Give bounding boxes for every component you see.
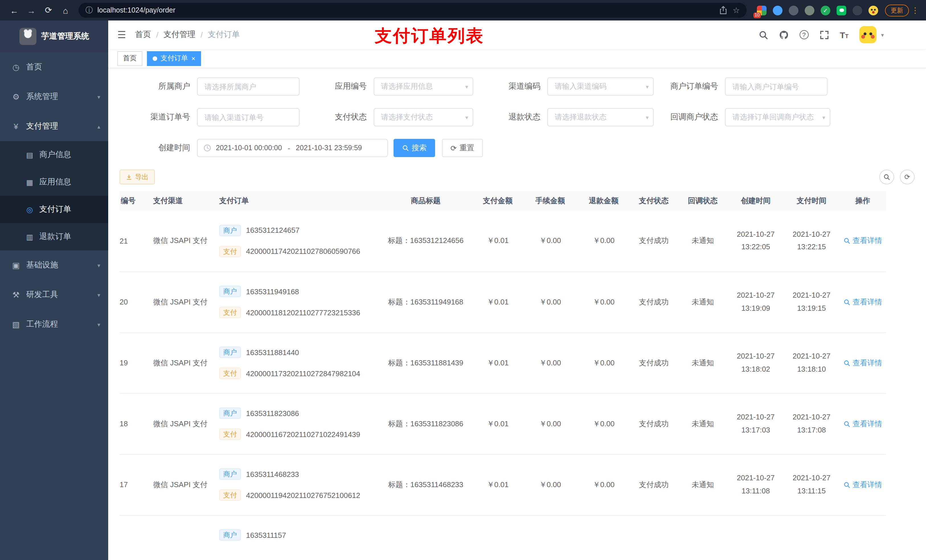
sidebar-item-app-info[interactable]: ▦ 应用信息 — [0, 169, 108, 196]
header-refund-amount: 退款金额 — [578, 191, 630, 211]
cell-notify-status: 未通知 — [678, 211, 728, 272]
tag-home[interactable]: 首页 — [117, 51, 142, 66]
date-separator: - — [287, 144, 290, 152]
cell-notify-status: 未通知 — [678, 393, 728, 454]
browser-update-button[interactable]: 更新 — [885, 4, 909, 16]
bookmark-star-icon[interactable]: ☆ — [733, 6, 740, 15]
create-time-range-picker[interactable]: 2021-10-01 00:00:00 - 2021-10-31 23:59:5… — [197, 139, 388, 157]
cell-fee-amount: ￥0.00 — [523, 454, 578, 515]
monitor-icon: ▣ — [11, 261, 21, 270]
search-button[interactable]: 搜索 — [393, 139, 435, 157]
extension-drop-icon[interactable] — [773, 5, 782, 15]
refund-status-filter-select[interactable]: 请选择退款状态 ▾ — [547, 108, 654, 126]
sidebar-item-refund-order[interactable]: ▥ 退款订单 — [0, 223, 108, 251]
sidebar-item-pay-order[interactable]: ◎ 支付订单 — [0, 196, 108, 223]
notify-status-filter-select[interactable]: 请选择订单回调商户状态 ▾ — [725, 108, 830, 126]
browser-home-button[interactable]: ⌂ — [58, 3, 73, 18]
cell-refund-amount: ￥0.00 — [578, 454, 630, 515]
grid-icon: ▦ — [25, 178, 34, 186]
cell-action: 查看详情 — [840, 211, 886, 272]
refresh-table-button[interactable]: ⟳ — [900, 170, 915, 184]
extension-pin-icon[interactable] — [853, 5, 862, 15]
font-size-icon[interactable]: TT — [840, 30, 849, 39]
user-menu[interactable]: ▾ — [859, 26, 884, 43]
extension-grid-icon[interactable]: 10 — [757, 5, 767, 15]
merchant-filter-input[interactable] — [197, 77, 300, 96]
cell-create-time — [728, 515, 784, 560]
create-time-filter-label: 创建时间 — [130, 143, 197, 153]
sidebar-item-payment[interactable]: ¥ 支付管理 ▴ — [0, 112, 108, 141]
payment-submenu: ▤ 商户信息 ▦ 应用信息 ◎ 支付订单 ▥ 退款订单 — [0, 141, 108, 251]
merchant-tag: 商户 — [219, 225, 241, 236]
cell-pay-channel — [151, 515, 216, 560]
extension-green-icon[interactable]: ✓ — [821, 5, 830, 15]
view-detail-link[interactable]: 查看详情 — [843, 358, 882, 368]
chevron-down-icon: ▾ — [646, 114, 649, 120]
gear-icon: ⚙ — [11, 92, 21, 101]
yen-icon: ¥ — [11, 122, 21, 131]
reset-button[interactable]: ⟳ 重置 — [442, 139, 483, 157]
channel-order-no-filter-input[interactable] — [197, 108, 300, 126]
extension-dark-icon[interactable] — [789, 5, 799, 15]
breadcrumb-current: 支付订单 — [208, 30, 240, 40]
extension-chat-icon[interactable] — [837, 5, 846, 15]
cell-pay-time — [784, 515, 840, 560]
sidebar: 芋道管理系统 ◷ 首页 ⚙ 系统管理 ▾ ¥ 支付管理 ▴ ▤ 商户信息 — [0, 21, 108, 560]
sidebar-item-system[interactable]: ⚙ 系统管理 ▾ — [0, 82, 108, 112]
cell-order-id: 20 — [120, 272, 151, 332]
header-pay-time: 支付时间 — [784, 191, 840, 211]
cell-product-title: 标题：1635311468233 — [379, 454, 473, 515]
view-detail-link[interactable]: 查看详情 — [843, 236, 882, 246]
search-icon — [843, 481, 850, 488]
extension-gray-icon[interactable] — [805, 5, 814, 15]
merchant-order-line: 商户 1635311949168 — [219, 286, 379, 297]
sidebar-item-dev-tools[interactable]: ⚒ 研发工具 ▾ — [0, 280, 108, 309]
search-icon — [843, 420, 850, 427]
view-detail-link[interactable]: 查看详情 — [843, 418, 882, 429]
cell-product-title — [379, 515, 473, 560]
breadcrumb-home[interactable]: 首页 — [135, 30, 151, 40]
channel-order-line: 支付 4200001181202110277723215336 — [219, 307, 379, 318]
export-button[interactable]: 导出 — [120, 170, 155, 184]
merchant-order-no-filter-input[interactable] — [725, 77, 828, 96]
close-icon[interactable]: × — [191, 55, 195, 62]
sidebar-item-merchant-info[interactable]: ▤ 商户信息 — [0, 141, 108, 169]
logo[interactable]: 芋道管理系统 — [0, 21, 108, 52]
help-icon[interactable]: ? — [799, 30, 808, 39]
fullscreen-icon[interactable] — [819, 30, 829, 39]
sidebar-item-workflow[interactable]: ▧ 工作流程 ▾ — [0, 309, 108, 339]
cell-order-id: 17 — [120, 454, 151, 515]
breadcrumb-payment[interactable]: 支付管理 — [163, 30, 195, 40]
avatar[interactable] — [859, 26, 876, 43]
address-bar[interactable]: ⓘ localhost:1024/pay/order ☆ — [79, 3, 747, 18]
cell-pay-time: 2021-10-27 13:22:15 — [784, 211, 840, 272]
merchant-tag: 商户 — [219, 408, 241, 419]
view-detail-link[interactable]: 查看详情 — [843, 480, 882, 490]
browser-back-button[interactable]: ← — [7, 3, 22, 18]
channel-pay-no: 4200001167202110271022491439 — [246, 430, 360, 438]
sidebar-item-home[interactable]: ◷ 首页 — [0, 52, 108, 82]
view-detail-link[interactable]: 查看详情 — [843, 297, 882, 307]
sidebar-toggle-icon[interactable]: ☰ — [117, 29, 126, 41]
share-icon[interactable] — [719, 6, 728, 15]
search-icon[interactable] — [758, 30, 768, 39]
site-info-icon[interactable]: ⓘ — [85, 5, 93, 15]
cell-fee-amount: ￥0.00 — [523, 332, 578, 393]
tags-view: 首页 支付订单 × — [108, 49, 926, 68]
app-no-filter-select[interactable]: 请选择应用信息 ▾ — [374, 77, 473, 96]
chevron-down-icon: ▾ — [465, 83, 468, 90]
merchant-order-line: 商户 1635311823086 — [219, 408, 379, 419]
sidebar-item-infrastructure[interactable]: ▣ 基础设施 ▾ — [0, 251, 108, 280]
channel-code-filter-select[interactable]: 请输入渠道编码 ▾ — [547, 77, 654, 96]
github-icon[interactable] — [779, 30, 788, 39]
tag-pay-order[interactable]: 支付订单 × — [147, 51, 201, 66]
toggle-search-button[interactable] — [879, 170, 894, 184]
browser-forward-button[interactable]: → — [24, 3, 39, 18]
extension-emoji-icon[interactable] — [869, 5, 878, 15]
browser-menu-icon[interactable]: ⋮ — [911, 6, 919, 15]
merchant-order-no: 1635311949168 — [246, 287, 299, 296]
merchant-order-no: 1635311881440 — [246, 348, 299, 356]
pay-status-filter-select[interactable]: 请选择支付状态 ▾ — [374, 108, 473, 126]
cell-pay-order: 商户 1635311468233 支付 42000011942021102767… — [216, 454, 379, 515]
browser-refresh-button[interactable]: ⟳ — [41, 3, 56, 18]
